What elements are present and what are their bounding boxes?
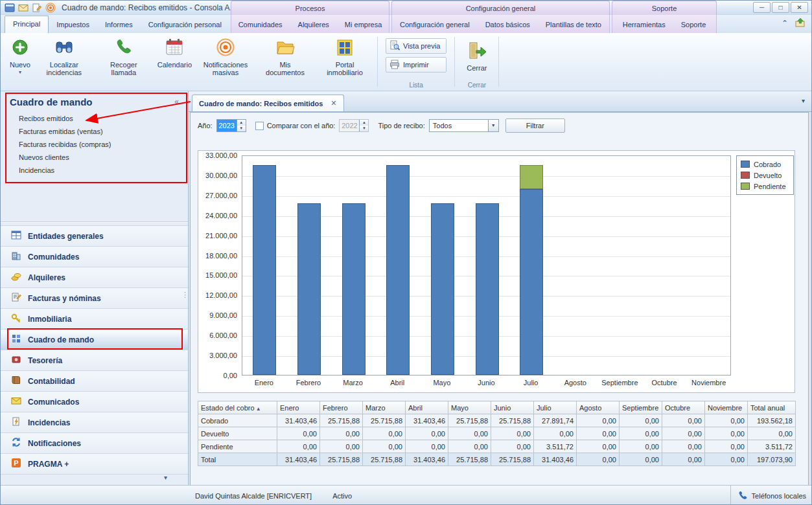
sidebar-item-pragma[interactable]: PPRAGMA + xyxy=(1,454,188,475)
dashboard-icon xyxy=(11,333,21,346)
bar-cobrado-junio xyxy=(476,203,499,375)
broadcast-shortcut-icon[interactable] xyxy=(45,3,56,13)
ribbon-tab-herramientas[interactable]: Herramientas xyxy=(615,16,673,33)
collapse-panel-icon[interactable]: « xyxy=(174,97,179,106)
sidebar-item-contabilidad[interactable]: Contabilidad xyxy=(1,371,188,392)
sidebar-item-comunidades[interactable]: Comunidades xyxy=(1,247,188,267)
year-spinner[interactable]: 2023 ▲ ▼ xyxy=(216,119,246,132)
open-panel-icon[interactable] xyxy=(795,17,806,29)
splitter-grip[interactable]: ⋮ xyxy=(181,291,187,299)
sidebar-item-alquileres[interactable]: Alquileres xyxy=(1,267,188,288)
col-header-noviembre[interactable]: Noviembre xyxy=(705,401,748,414)
col-header-enero[interactable]: Enero xyxy=(277,401,320,414)
ribbon-tab-mi-empresa[interactable]: Mi empresa xyxy=(337,16,389,33)
ribbon-tab-comunidades[interactable]: Comunidades xyxy=(231,16,290,33)
spin-down-icon[interactable]: ▼ xyxy=(237,126,246,131)
ribbon-button-localizar-incidencias[interactable]: Localizar incidencias xyxy=(34,35,94,91)
col-header-mayo[interactable]: Mayo xyxy=(448,401,491,414)
sidebar-divider xyxy=(1,221,188,222)
cell: 0,00 xyxy=(406,427,448,440)
ribbon-button-portal-inmobiliario[interactable]: Portal inmobiliario xyxy=(315,35,375,91)
imprimir-button[interactable]: Imprimir xyxy=(386,57,447,73)
col-header-total-anual[interactable]: Total anual xyxy=(748,401,796,414)
col-header-estado-del-cobro[interactable]: Estado del cobro ▲ xyxy=(198,401,277,414)
panel-item-recibos-emitidos[interactable]: Recibos emitidos xyxy=(1,112,188,125)
ribbon-tab-datos-basicos[interactable]: Datos básicos xyxy=(478,16,538,33)
ribbon-tab-plantillas-de-texto[interactable]: Plantillas de texto xyxy=(538,16,609,33)
edit-shortcut-icon[interactable] xyxy=(32,3,42,13)
minimize-button[interactable]: ─ xyxy=(753,2,771,13)
app-window: Cuadro de mando: Recibos emitidos - Cons… xyxy=(0,0,812,505)
spin-up-icon[interactable]: ▲ xyxy=(237,120,246,126)
document-panel: Año: 2023 ▲ ▼ Comparar con el año: 2022 … xyxy=(190,112,809,485)
tab-recibos-emitidos[interactable]: Cuadro de mando: Recibos emitidos ✕ xyxy=(192,95,344,111)
col-header-febrero[interactable]: Febrero xyxy=(320,401,363,414)
cell: 0,00 xyxy=(406,440,448,453)
sidebar-overflow-icon[interactable]: ▾ xyxy=(164,474,167,481)
panel-item-nuevos-clientes[interactable]: Nuevos clientes xyxy=(1,151,188,164)
sidebar-item-cuadro-de-mando[interactable]: Cuadro de mando xyxy=(1,330,188,350)
ribbon-tab-soporte[interactable]: Soporte xyxy=(673,16,714,33)
cerrar-button[interactable]: Cerrar xyxy=(463,38,491,73)
col-header-julio[interactable]: Julio xyxy=(534,401,577,414)
sidebar-item-entidades-generales[interactable]: Entidades generales xyxy=(1,226,188,247)
collapse-ribbon-icon[interactable]: ⌃ xyxy=(782,17,788,29)
sidebar-item-incidencias[interactable]: Incidencias xyxy=(1,412,188,433)
cell: 0,00 xyxy=(662,453,705,466)
ribbon-button-notificaciones-masivas[interactable]: Notificaciones masivas xyxy=(196,35,255,91)
vista-previa-button[interactable]: Vista previa xyxy=(386,38,447,54)
ribbon-tab-configuracion-personal[interactable]: Configuración personal xyxy=(141,16,229,33)
print-icon xyxy=(389,59,400,71)
col-header-junio[interactable]: Junio xyxy=(491,401,534,414)
ribbon-button-nuevo[interactable]: Nuevo▾ xyxy=(6,35,34,91)
cell: 0,00 xyxy=(662,427,705,440)
phone-icon xyxy=(737,490,748,502)
close-button[interactable]: ✕ xyxy=(791,2,808,13)
col-header-marzo[interactable]: Marzo xyxy=(363,401,406,414)
cell: 0,00 xyxy=(620,414,662,427)
year-value[interactable]: 2023 xyxy=(217,120,237,131)
app-icon[interactable] xyxy=(5,3,15,13)
cell: 3.511,72 xyxy=(534,440,577,453)
cell: 25.715,88 xyxy=(320,453,363,466)
panel-item-facturas-emitidas-ventas[interactable]: Facturas emitidas (ventas) xyxy=(1,125,188,138)
ribbon-separator xyxy=(454,37,455,87)
legend-swatch xyxy=(741,183,750,190)
ribbon-button-mis-documentos[interactable]: Mis documentos xyxy=(255,35,315,91)
ribbon-tab-principal[interactable]: Principal xyxy=(5,16,49,33)
ribbon-tab-configuracion-general[interactable]: Configuración general xyxy=(392,16,478,33)
incident-icon xyxy=(11,416,21,429)
cell: 25.715,88 xyxy=(363,414,406,427)
col-header-agosto[interactable]: Agosto xyxy=(577,401,620,414)
compare-label: Comparar con el año: xyxy=(267,122,336,129)
tab-close-icon[interactable]: ✕ xyxy=(331,99,336,107)
statusbar-phones[interactable]: Teléfonos locales xyxy=(730,486,806,505)
gridline xyxy=(242,176,730,177)
x-axis-label: Mayo xyxy=(420,379,464,387)
sidebar-item-facturas-y-nominas[interactable]: Facturas y nóminas xyxy=(1,288,188,309)
tab-list-dropdown-icon[interactable]: ▾ xyxy=(802,97,805,104)
year-spinner-arrows[interactable]: ▲ ▼ xyxy=(237,120,246,131)
sidebar-item-notificaciones[interactable]: Notificaciones xyxy=(1,433,188,454)
col-header-septiembre[interactable]: Septiembre xyxy=(620,401,662,414)
panel-item-facturas-recibidas-compras[interactable]: Facturas recibidas (compras) xyxy=(1,138,188,151)
ribbon-tab-impuestos[interactable]: Impuestos xyxy=(49,16,97,33)
ribbon-button-recoger-llamada[interactable]: Recoger llamada xyxy=(94,35,154,91)
mail-shortcut-icon[interactable] xyxy=(18,3,29,13)
filtrar-button[interactable]: Filtrar xyxy=(505,118,565,133)
row-label: Total xyxy=(198,453,277,466)
sidebar-item-tesoreria[interactable]: Tesorería xyxy=(1,350,188,371)
col-header-abril[interactable]: Abril xyxy=(406,401,448,414)
maximize-button[interactable]: □ xyxy=(772,2,789,13)
receipt-type-combo[interactable]: Todos ▼ xyxy=(429,119,499,132)
col-header-octubre[interactable]: Octubre xyxy=(662,401,705,414)
ribbon-button-calendario[interactable]: Calendario xyxy=(154,35,196,91)
sidebar-item-inmobiliaria[interactable]: Inmobiliaria xyxy=(1,309,188,330)
panel-item-incidencias[interactable]: Incidencias xyxy=(1,164,188,177)
ribbon-tab-alquileres[interactable]: Alquileres xyxy=(290,16,337,33)
calendar-icon xyxy=(165,38,184,58)
compare-checkbox[interactable] xyxy=(255,122,264,130)
ribbon-tab-informes[interactable]: Informes xyxy=(97,16,141,33)
combo-dropdown-icon[interactable]: ▼ xyxy=(488,120,498,131)
sidebar-item-comunicados[interactable]: Comunicados xyxy=(1,392,188,412)
